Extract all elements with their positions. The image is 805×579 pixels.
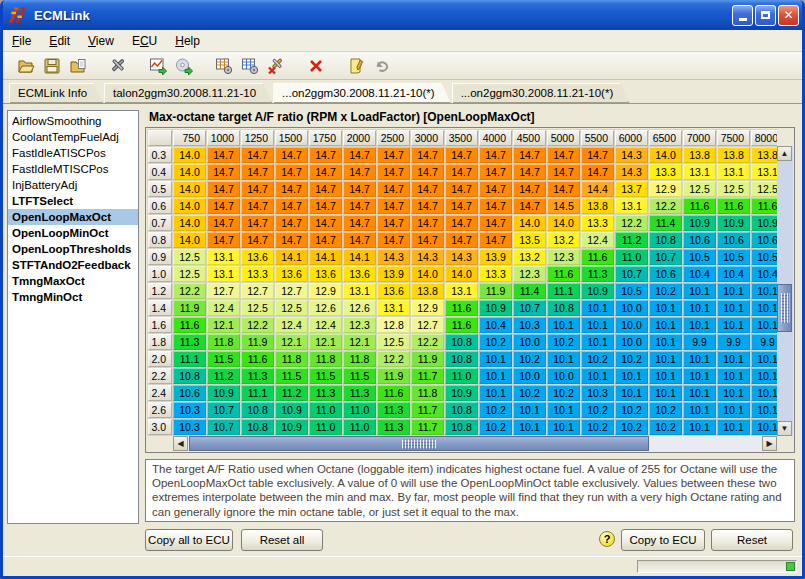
cell-1.0-750[interactable]: 12.5 xyxy=(173,266,206,282)
cell-3.0-7000[interactable]: 10.1 xyxy=(683,419,716,435)
cell-0.6-2000[interactable]: 14.7 xyxy=(343,198,376,214)
rpm-header-7500[interactable]: 7500 xyxy=(717,130,750,146)
cell-0.3-1500[interactable]: 14.7 xyxy=(275,147,308,163)
cell-2.4-5500[interactable]: 10.3 xyxy=(581,385,614,401)
cell-2.0-1250[interactable]: 11.6 xyxy=(241,351,274,367)
cell-1.2-7000[interactable]: 10.1 xyxy=(683,283,716,299)
cell-3.0-2500[interactable]: 11.3 xyxy=(377,419,410,435)
cell-0.5-7500[interactable]: 12.5 xyxy=(717,181,750,197)
cell-2.4-7500[interactable]: 10.1 xyxy=(717,385,750,401)
cell-0.5-5500[interactable]: 14.4 xyxy=(581,181,614,197)
menu-file[interactable]: File xyxy=(3,32,40,50)
cell-1.0-5000[interactable]: 11.6 xyxy=(547,266,580,282)
cell-0.9-3000[interactable]: 14.3 xyxy=(411,249,444,265)
cell-1.8-4000[interactable]: 10.2 xyxy=(479,334,512,350)
cell-2.6-1250[interactable]: 10.8 xyxy=(241,402,274,418)
cell-0.7-1750[interactable]: 14.7 xyxy=(309,215,342,231)
rpm-header-4000[interactable]: 4000 xyxy=(479,130,512,146)
clear-tools-icon[interactable] xyxy=(263,54,289,78)
cell-2.0-7000[interactable]: 10.1 xyxy=(683,351,716,367)
cell-0.7-2000[interactable]: 14.7 xyxy=(343,215,376,231)
rpm-header-2000[interactable]: 2000 xyxy=(343,130,376,146)
cell-3.0-1250[interactable]: 10.8 xyxy=(241,419,274,435)
sidebar-item-tmngmaxoct[interactable]: TmngMaxOct xyxy=(8,273,138,289)
sidebar-item-openloopminoct[interactable]: OpenLoopMinOct xyxy=(8,225,138,241)
cell-0.5-2000[interactable]: 14.7 xyxy=(343,181,376,197)
cell-1.4-1500[interactable]: 12.5 xyxy=(275,300,308,316)
cell-2.2-2000[interactable]: 11.5 xyxy=(343,368,376,384)
cell-0.3-750[interactable]: 14.0 xyxy=(173,147,206,163)
cell-1.0-4000[interactable]: 13.3 xyxy=(479,266,512,282)
cell-0.9-1250[interactable]: 13.6 xyxy=(241,249,274,265)
edit-notes-icon[interactable] xyxy=(343,54,369,78)
cell-1.6-4500[interactable]: 10.3 xyxy=(513,317,546,333)
cell-0.4-3000[interactable]: 14.7 xyxy=(411,164,444,180)
horizontal-scroll-thumb[interactable] xyxy=(189,436,649,451)
cell-0.8-4000[interactable]: 14.7 xyxy=(479,232,512,248)
cell-2.4-6000[interactable]: 10.1 xyxy=(615,385,648,401)
cell-2.2-1750[interactable]: 11.5 xyxy=(309,368,342,384)
copy-to-ecu-button[interactable]: Copy to ECU xyxy=(621,529,705,551)
cell-0.8-3000[interactable]: 14.7 xyxy=(411,232,444,248)
rpm-header-6000[interactable]: 6000 xyxy=(615,130,648,146)
copy-all-to-ecu-button[interactable]: Copy all to ECU xyxy=(145,529,233,551)
cell-1.0-5500[interactable]: 11.3 xyxy=(581,266,614,282)
cell-1.8-5000[interactable]: 10.2 xyxy=(547,334,580,350)
menu-ecu[interactable]: ECU xyxy=(123,32,166,50)
cell-2.2-7500[interactable]: 10.1 xyxy=(717,368,750,384)
close-button[interactable]: ✕ xyxy=(778,5,799,26)
cell-0.9-2000[interactable]: 14.1 xyxy=(343,249,376,265)
cell-1.2-2000[interactable]: 13.1 xyxy=(343,283,376,299)
cell-0.9-7500[interactable]: 10.5 xyxy=(717,249,750,265)
cell-2.0-7500[interactable]: 10.1 xyxy=(717,351,750,367)
load-header-0.5[interactable]: 0.5 xyxy=(148,181,172,197)
folder-document-icon[interactable] xyxy=(65,54,91,78)
cell-1.8-6500[interactable]: 10.1 xyxy=(649,334,682,350)
load-header-2.6[interactable]: 2.6 xyxy=(148,402,172,418)
cell-3.0-3500[interactable]: 10.8 xyxy=(445,419,478,435)
cell-0.3-1000[interactable]: 14.7 xyxy=(207,147,240,163)
cell-2.2-750[interactable]: 10.8 xyxy=(173,368,206,384)
rpm-header-1500[interactable]: 1500 xyxy=(275,130,308,146)
cell-0.7-4000[interactable]: 14.7 xyxy=(479,215,512,231)
cell-0.4-750[interactable]: 14.0 xyxy=(173,164,206,180)
rpm-header-1000[interactable]: 1000 xyxy=(207,130,240,146)
cell-0.3-1250[interactable]: 14.7 xyxy=(241,147,274,163)
rpm-header-5500[interactable]: 5500 xyxy=(581,130,614,146)
vertical-scroll-thumb[interactable] xyxy=(777,284,792,332)
cell-1.2-6500[interactable]: 10.2 xyxy=(649,283,682,299)
cell-0.8-750[interactable]: 14.0 xyxy=(173,232,206,248)
cell-0.5-3500[interactable]: 14.7 xyxy=(445,181,478,197)
cell-1.8-1750[interactable]: 12.1 xyxy=(309,334,342,350)
cell-0.7-6000[interactable]: 12.2 xyxy=(615,215,648,231)
cell-2.6-1750[interactable]: 11.0 xyxy=(309,402,342,418)
rpm-header-1750[interactable]: 1750 xyxy=(309,130,342,146)
cell-0.8-1250[interactable]: 14.7 xyxy=(241,232,274,248)
cell-1.8-1500[interactable]: 12.1 xyxy=(275,334,308,350)
cell-0.9-1000[interactable]: 13.1 xyxy=(207,249,240,265)
help-icon[interactable]: ? xyxy=(599,531,615,547)
cell-2.2-3000[interactable]: 11.7 xyxy=(411,368,444,384)
cell-1.0-3000[interactable]: 14.0 xyxy=(411,266,444,282)
cell-3.0-2000[interactable]: 11.0 xyxy=(343,419,376,435)
load-header-2.2[interactable]: 2.2 xyxy=(148,368,172,384)
cell-0.5-7000[interactable]: 12.5 xyxy=(683,181,716,197)
cell-3.0-3000[interactable]: 11.7 xyxy=(411,419,444,435)
cell-1.6-2500[interactable]: 12.8 xyxy=(377,317,410,333)
cell-2.6-6000[interactable]: 10.2 xyxy=(615,402,648,418)
cell-1.6-6500[interactable]: 10.1 xyxy=(649,317,682,333)
cell-0.4-7000[interactable]: 13.1 xyxy=(683,164,716,180)
cell-0.3-3000[interactable]: 14.7 xyxy=(411,147,444,163)
load-header-0.8[interactable]: 0.8 xyxy=(148,232,172,248)
cell-3.0-4500[interactable]: 10.1 xyxy=(513,419,546,435)
cell-0.6-2500[interactable]: 14.7 xyxy=(377,198,410,214)
cell-0.4-7500[interactable]: 13.1 xyxy=(717,164,750,180)
cell-3.0-1000[interactable]: 10.7 xyxy=(207,419,240,435)
cell-0.3-2000[interactable]: 14.7 xyxy=(343,147,376,163)
load-header-0.9[interactable]: 0.9 xyxy=(148,249,172,265)
rpm-header-7000[interactable]: 7000 xyxy=(683,130,716,146)
cell-0.6-6500[interactable]: 12.2 xyxy=(649,198,682,214)
cell-0.5-6500[interactable]: 12.9 xyxy=(649,181,682,197)
cell-0.4-2500[interactable]: 14.7 xyxy=(377,164,410,180)
cell-2.6-4500[interactable]: 10.1 xyxy=(513,402,546,418)
